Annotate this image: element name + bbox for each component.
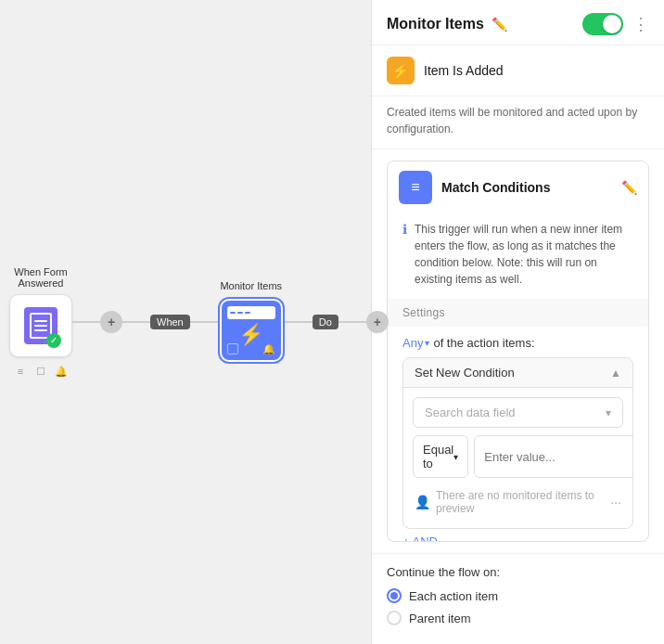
connector-group-1: + When	[72, 311, 218, 333]
radio-each-circle[interactable]	[387, 588, 402, 603]
bar-line-2	[237, 312, 243, 314]
condition-header-label: Set New Condition	[415, 366, 515, 380]
condition-box: Set New Condition ▲ Search data field ▾ …	[402, 357, 633, 529]
condition-header-left: Set New Condition	[415, 366, 515, 380]
preview-text: There are no monitored items to preview	[436, 489, 605, 515]
form-line-2	[34, 325, 47, 327]
match-conditions-card: ≡ Match Conditions ✏️ ℹ This trigger wil…	[387, 161, 649, 542]
lightning-icon: ⚡	[391, 62, 410, 80]
flow-nodes: When Form Answered ✓ ≡	[9, 266, 389, 378]
checkbox-icon: ☐	[34, 365, 47, 378]
monitor-checkbox-icon	[227, 343, 238, 354]
do-label: Do	[313, 315, 338, 329]
any-label: Any	[402, 336, 423, 350]
monitor-bell-icon: 🔔	[262, 343, 275, 355]
lightning-badge: ⚡	[387, 57, 415, 84]
more-options-button[interactable]: ⋮	[632, 14, 649, 34]
monitor-outer[interactable]: ⚡ 🔔	[218, 297, 285, 364]
monitor-node-label: Monitor Items	[220, 280, 282, 291]
form-icon-lines	[34, 320, 47, 331]
enter-value-input[interactable]	[474, 435, 633, 478]
form-line-3	[34, 329, 47, 331]
item-description: Created items will be monitored and acte…	[372, 97, 664, 149]
plus-button-1[interactable]: +	[100, 311, 122, 333]
form-line-1	[34, 320, 47, 322]
panel-title: Monitor Items	[387, 16, 484, 32]
condition-row-2: Equal to ▾	[413, 435, 623, 478]
chevron-up-icon: ▲	[610, 367, 621, 380]
monitor-inner: ⚡ 🔔	[222, 301, 281, 360]
any-dropdown[interactable]: Any ▾	[402, 336, 429, 350]
connector-line-5	[338, 321, 366, 323]
panel-header-right: ⋮	[582, 13, 649, 35]
monitor-top-bar	[227, 306, 275, 319]
connector-line-2	[122, 321, 150, 323]
filter-icon: ≡	[14, 365, 27, 378]
bell-icon: 🔔	[55, 365, 68, 378]
panel-title-row: Monitor Items ✏️	[387, 16, 507, 32]
match-icon-box: ≡	[399, 171, 432, 204]
search-data-field-dropdown[interactable]: Search data field ▾	[413, 397, 623, 428]
connector-line-3	[190, 321, 218, 323]
settings-label: Settings	[388, 299, 648, 327]
any-chevron-icon: ▾	[425, 338, 429, 348]
form-node-label: When Form Answered	[9, 266, 72, 289]
toggle-switch[interactable]	[582, 13, 623, 35]
radio-parent-label: Parent item	[409, 612, 470, 625]
form-node-box[interactable]: ✓	[9, 294, 72, 357]
radio-each-label: Each action item	[409, 589, 498, 603]
any-of-row: Any ▾ of the action items:	[402, 336, 633, 350]
when-label: When	[150, 315, 190, 329]
equal-to-dropdown[interactable]: Equal to ▾	[413, 435, 468, 478]
check-icon: ✓	[50, 336, 57, 345]
filter-icon-white: ≡	[411, 179, 419, 196]
radio-parent-circle[interactable]	[387, 611, 402, 625]
continue-label: Continue the flow on:	[387, 565, 649, 579]
match-edit-icon[interactable]: ✏️	[621, 180, 637, 195]
any-of-text: of the action items:	[433, 336, 534, 350]
item-added-label: Item Is Added	[424, 63, 504, 78]
match-card-header[interactable]: ≡ Match Conditions ✏️	[388, 161, 648, 213]
panel-header: Monitor Items ✏️ ⋮	[372, 0, 664, 45]
flow-row: When Form Answered ✓ ≡	[9, 266, 389, 378]
and-button[interactable]: + AND	[402, 535, 438, 542]
search-field-placeholder: Search data field	[425, 406, 516, 419]
form-icon: ✓	[24, 307, 57, 344]
condition-body: Search data field ▾ Equal to ▾ 👤	[403, 388, 632, 528]
match-conditions-title: Match Conditions	[441, 180, 550, 195]
user-icon: 👤	[415, 495, 430, 509]
bar-line-1	[230, 312, 236, 314]
condition-more-icon[interactable]: ···	[610, 495, 621, 509]
monitor-lightning-icon: ⚡	[238, 323, 263, 347]
settings-section: Settings Any ▾ of the action items: Set …	[388, 299, 648, 542]
radio-each-item[interactable]: Each action item	[387, 588, 649, 603]
equal-to-chevron-icon: ▾	[453, 452, 458, 462]
check-badge: ✓	[46, 333, 61, 348]
monitor-node[interactable]: Monitor Items ⚡ 🔔	[218, 280, 285, 364]
chevron-down-icon: ▾	[606, 406, 611, 419]
preview-row: 👤 There are no monitored items to previe…	[413, 485, 623, 519]
connector-line-4	[285, 321, 313, 323]
info-text: This trigger will run when a new inner i…	[415, 221, 633, 288]
info-icon: ℹ	[402, 222, 407, 288]
continue-section: Continue the flow on: Each action item P…	[372, 553, 664, 644]
connector-group-2: Do +	[285, 311, 389, 333]
node-bottom-icons: ≡ ☐ 🔔	[14, 365, 68, 378]
info-box: ℹ This trigger will run when a new inner…	[388, 213, 648, 299]
form-node[interactable]: When Form Answered ✓ ≡	[9, 266, 72, 378]
condition-header[interactable]: Set New Condition ▲	[403, 358, 632, 388]
item-added-row: ⚡ Item Is Added	[372, 45, 664, 97]
and-row: + AND	[402, 529, 633, 542]
right-panel: Monitor Items ✏️ ⋮ ⚡ Item Is Added Creat…	[371, 0, 664, 644]
panel-title-edit-icon[interactable]: ✏️	[492, 17, 507, 32]
equal-to-label: Equal to	[423, 443, 453, 470]
flow-canvas: When Form Answered ✓ ≡	[0, 0, 371, 644]
radio-parent-item[interactable]: Parent item	[387, 611, 649, 625]
connector-line-1	[72, 321, 100, 323]
bar-line-3	[245, 312, 250, 314]
match-card-left: ≡ Match Conditions	[399, 171, 550, 204]
plus-button-2[interactable]: +	[366, 311, 389, 333]
